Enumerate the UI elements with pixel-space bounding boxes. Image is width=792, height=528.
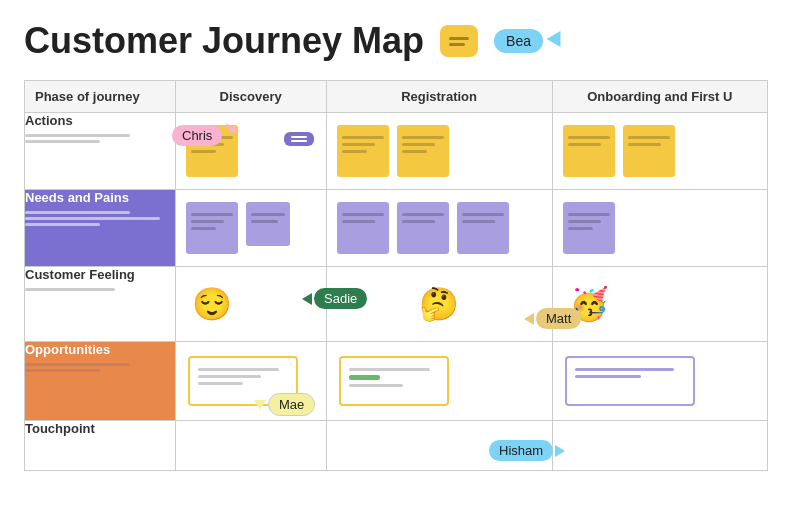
chat-icon	[449, 37, 469, 46]
mae-annotation: Mae	[254, 393, 315, 416]
bea-label: Bea	[494, 29, 543, 53]
chris-label: Chris	[172, 125, 222, 146]
sadie-cursor-arrow	[302, 293, 312, 305]
cell-feeling-onboarding: 🥳	[552, 267, 767, 342]
sticky-note[interactable]	[397, 202, 449, 254]
sticky-note[interactable]	[397, 125, 449, 177]
matt-annotation: Matt	[524, 308, 581, 329]
table-row-needs: Needs and Pains	[25, 190, 768, 267]
sadie-annotation: Sadie	[302, 288, 367, 309]
hisham-annotation: Hisham	[489, 440, 565, 461]
cell-actions-registration	[326, 113, 552, 190]
chat-icon-bubble[interactable]	[440, 25, 478, 57]
row-label-touchpoint: Touchpoint	[25, 421, 176, 471]
cell-needs-onboarding	[552, 190, 767, 267]
row-label-needs: Needs and Pains	[25, 190, 176, 267]
table-row-opportunities: Opportunities	[25, 342, 768, 421]
sticky-note[interactable]	[563, 202, 615, 254]
hisham-cursor-arrow	[555, 445, 565, 457]
cell-touchpoint-onboarding	[552, 421, 767, 471]
col-header-registration: Registration	[326, 81, 552, 113]
sticky-note[interactable]	[186, 202, 238, 254]
sticky-note[interactable]	[246, 202, 290, 246]
col-header-discovery: Discovery	[175, 81, 326, 113]
table-row-actions: Actions	[25, 113, 768, 190]
header: Customer Journey Map Bea	[24, 20, 768, 62]
journey-table: Phase of journey Discovery Registration …	[24, 80, 768, 471]
mae-cursor-arrow	[254, 400, 266, 410]
page-container: Customer Journey Map Bea Phase of journe…	[0, 0, 792, 528]
cell-touchpoint-discovery	[175, 421, 326, 471]
col-header-onboarding: Onboarding and First U	[552, 81, 767, 113]
bea-cursor-arrow	[547, 31, 568, 51]
cell-needs-registration	[326, 190, 552, 267]
matt-cursor-arrow	[524, 313, 534, 325]
chris-annotation: Chris	[172, 123, 250, 147]
chris-chat-bubble	[284, 132, 314, 146]
matt-label: Matt	[536, 308, 581, 329]
row-label-feeling: Customer Feeling	[25, 267, 176, 342]
cell-needs-discovery	[175, 190, 326, 267]
emoji-feeling-registration: 🤔	[409, 275, 469, 333]
sticky-note[interactable]	[337, 125, 389, 177]
bea-cursor: Bea	[494, 29, 565, 53]
chris-cursor-arrow	[226, 123, 250, 143]
opportunity-box[interactable]	[565, 356, 695, 406]
cell-actions-onboarding	[552, 113, 767, 190]
row-label-actions: Actions	[25, 113, 176, 190]
sadie-label: Sadie	[314, 288, 367, 309]
table-wrapper: Phase of journey Discovery Registration …	[24, 80, 768, 471]
sticky-note[interactable]	[457, 202, 509, 254]
cell-opp-registration	[326, 342, 552, 421]
sticky-note[interactable]	[337, 202, 389, 254]
table-row-feeling: Customer Feeling 😌 🤔	[25, 267, 768, 342]
opportunity-box[interactable]	[339, 356, 449, 406]
table-row-touchpoint: Touchpoint	[25, 421, 768, 471]
cell-opp-onboarding	[552, 342, 767, 421]
sticky-note[interactable]	[563, 125, 615, 177]
page-title: Customer Journey Map	[24, 20, 424, 62]
emoji-feeling-discovery: 😌	[182, 275, 242, 333]
sticky-note[interactable]	[623, 125, 675, 177]
mae-label: Mae	[268, 393, 315, 416]
row-label-opportunities: Opportunities	[25, 342, 176, 421]
hisham-label: Hisham	[489, 440, 553, 461]
col-header-phase: Phase of journey	[25, 81, 176, 113]
svg-marker-0	[226, 123, 240, 133]
